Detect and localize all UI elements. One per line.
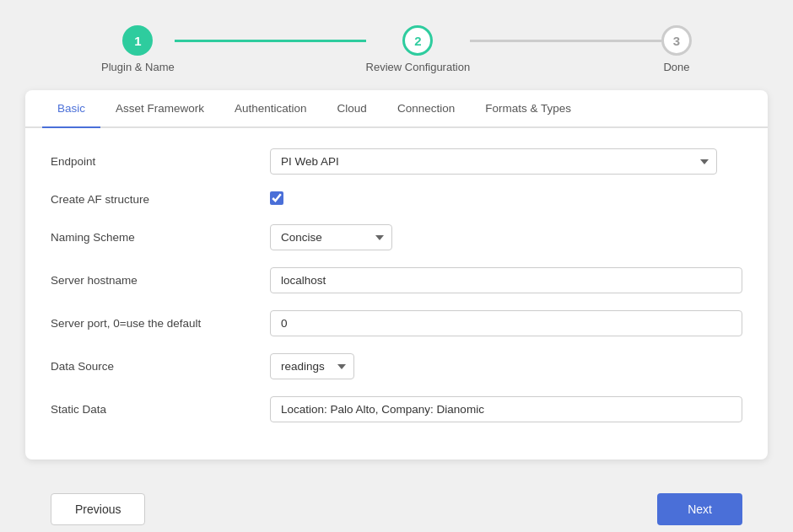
endpoint-select-wrapper: PI Web API AVEVA Data Hub Edge Data Stor… [270,148,717,175]
field-data-source: Data Source readings statistics [51,353,742,379]
static-data-input[interactable] [270,396,742,422]
step-2-circle: 2 [402,25,433,56]
create-af-checkbox[interactable] [270,191,283,205]
field-static-data: Static Data [51,396,742,422]
tab-asset-framework[interactable]: Asset Framework [100,90,219,128]
static-data-label: Static Data [51,403,270,416]
endpoint-select[interactable]: PI Web API AVEVA Data Hub Edge Data Stor… [270,148,717,175]
server-port-label: Server port, 0=use the default [51,317,270,330]
step-1-circle: 1 [122,25,153,56]
previous-button[interactable]: Previous [51,493,145,525]
tab-authentication[interactable]: Authentication [219,90,322,128]
data-source-control: readings statistics [270,353,742,379]
endpoint-control: PI Web API AVEVA Data Hub Edge Data Stor… [270,148,742,175]
field-naming-scheme: Naming Scheme Concise Compact Verbose [51,224,742,250]
step-3-circle: 3 [661,25,692,56]
step-2-label: Review Configuration [366,61,471,73]
step-1-label: Plugin & Name [101,61,175,73]
step-line-2 [470,40,661,42]
step-3-label: Done [663,61,689,73]
server-hostname-control [270,267,742,293]
next-button[interactable]: Next [657,493,742,525]
static-data-control [270,396,742,422]
server-port-input[interactable] [270,310,742,336]
server-port-control [270,310,742,336]
footer: Previous Next [0,476,793,532]
data-source-select[interactable]: readings statistics [270,353,354,379]
data-source-select-wrapper: readings statistics [270,353,354,379]
server-hostname-input[interactable] [270,267,742,293]
form-body: Endpoint PI Web API AVEVA Data Hub Edge … [25,128,768,459]
naming-scheme-select-wrapper: Concise Compact Verbose [270,224,392,250]
create-af-label: Create AF structure [51,193,270,206]
naming-scheme-select[interactable]: Concise Compact Verbose [270,224,392,250]
main-card: Basic Asset Framework Authentication Clo… [25,90,768,459]
field-server-port: Server port, 0=use the default [51,310,742,336]
stepper: 1 Plugin & Name 2 Review Configuration 3… [0,0,793,90]
step-1: 1 Plugin & Name [101,25,175,73]
naming-scheme-label: Naming Scheme [51,231,270,244]
field-server-hostname: Server hostname [51,267,742,293]
tab-basic[interactable]: Basic [42,90,100,128]
field-endpoint: Endpoint PI Web API AVEVA Data Hub Edge … [51,148,742,175]
tab-connection[interactable]: Connection [382,90,470,128]
tabs-bar: Basic Asset Framework Authentication Clo… [25,90,768,128]
endpoint-label: Endpoint [51,155,270,168]
step-2: 2 Review Configuration [366,25,471,73]
tab-formats-types[interactable]: Formats & Types [470,90,586,128]
server-hostname-label: Server hostname [51,274,270,287]
create-af-control [270,191,742,207]
step-line-1 [175,40,366,42]
naming-scheme-control: Concise Compact Verbose [270,224,742,250]
tab-cloud[interactable]: Cloud [322,90,382,128]
data-source-label: Data Source [51,360,270,373]
step-3: 3 Done [661,25,692,73]
field-create-af: Create AF structure [51,191,742,207]
